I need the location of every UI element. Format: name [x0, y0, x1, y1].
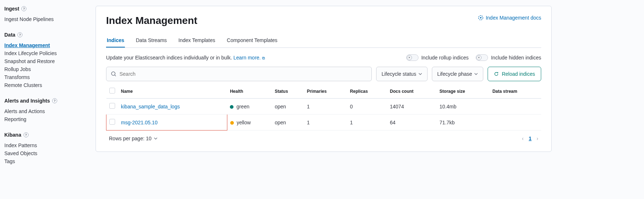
col-replicas[interactable]: Replicas — [347, 84, 387, 99]
svg-line-3 — [115, 75, 116, 76]
col-name[interactable]: Name — [118, 84, 227, 99]
include-rollup-toggle[interactable]: ✕ — [406, 54, 418, 61]
col-storage[interactable]: Storage size — [437, 84, 489, 99]
cell-docs: 64 — [387, 115, 437, 130]
sidebar-item-rollup-jobs[interactable]: Rollup Jobs — [4, 65, 87, 73]
main-content: Index Management Index Management docs I… — [87, 0, 644, 180]
health-text: green — [236, 104, 249, 109]
sidebar-item-tags[interactable]: Tags — [4, 157, 87, 165]
refresh-icon — [494, 71, 499, 76]
cell-stream — [489, 99, 541, 115]
cell-primaries: 1 — [304, 115, 347, 130]
row-checkbox[interactable] — [109, 119, 115, 125]
close-icon: ✕ — [476, 55, 481, 60]
table-row: msg-2021.05.10yellowopen116471.7kb — [106, 115, 542, 130]
cell-docs: 14074 — [387, 99, 437, 115]
next-page-button[interactable]: › — [536, 136, 538, 141]
col-docs[interactable]: Docs count — [387, 84, 437, 99]
svg-point-2 — [111, 72, 115, 75]
help-icon[interactable]: ? — [52, 98, 57, 103]
panel: Index Management Index Management docs I… — [96, 6, 552, 152]
sidebar-item-saved-objects[interactable]: Saved Objects — [4, 149, 87, 157]
tab-indices[interactable]: Indices — [106, 34, 125, 47]
chevron-down-icon — [474, 72, 478, 76]
index-link[interactable]: msg-2021.05.10 — [121, 120, 157, 125]
sidebar-item-ingest-node-pipelines[interactable]: Ingest Node Pipelines — [4, 15, 87, 23]
cell-storage: 10.4mb — [437, 99, 489, 115]
pagination: ‹ 1 › — [522, 136, 538, 141]
help-icon[interactable]: ? — [17, 32, 22, 37]
description: Update your Elasticsearch indices indivi… — [106, 55, 265, 61]
chevron-down-icon — [418, 72, 422, 76]
sidebar-item-transforms[interactable]: Transforms — [4, 73, 87, 81]
search-input-wrapper[interactable] — [106, 67, 372, 81]
docs-link-text: Index Management docs — [486, 15, 541, 21]
index-link[interactable]: kibana_sample_data_logs — [121, 104, 180, 109]
include-hidden-toggle[interactable]: ✕ — [476, 54, 488, 61]
sidebar-item-index-patterns[interactable]: Index Patterns — [4, 141, 87, 149]
toggle-hidden-label: Include hidden indices — [491, 55, 541, 61]
col-health[interactable]: Health — [227, 84, 272, 99]
close-icon: ✕ — [407, 55, 412, 60]
tab-component-templates[interactable]: Component Templates — [226, 34, 278, 47]
cell-status: open — [272, 99, 304, 115]
help-icon[interactable]: ? — [21, 6, 26, 11]
sidebar-heading: Alerts and Insights? — [4, 98, 87, 104]
row-checkbox[interactable] — [109, 103, 115, 109]
description-text: Update your Elasticsearch indices indivi… — [106, 55, 233, 61]
sidebar: Ingest?Ingest Node PipelinesData?Index M… — [0, 0, 87, 180]
learn-more-link[interactable]: Learn more. ⧉ — [233, 55, 265, 61]
cell-stream — [489, 115, 541, 130]
sidebar-item-snapshot-and-restore[interactable]: Snapshot and Restore — [4, 57, 87, 65]
svg-point-1 — [480, 17, 481, 18]
cell-primaries: 1 — [304, 99, 347, 115]
page-number[interactable]: 1 — [529, 136, 532, 141]
tab-index-templates[interactable]: Index Templates — [178, 34, 216, 47]
tabs: IndicesData StreamsIndex TemplatesCompon… — [106, 34, 541, 48]
sidebar-item-index-management[interactable]: Index Management — [4, 41, 87, 49]
col-primaries[interactable]: Primaries — [304, 84, 347, 99]
sidebar-item-alerts-and-actions[interactable]: Alerts and Actions — [4, 107, 87, 115]
health-dot-icon — [230, 105, 233, 109]
sidebar-item-remote-clusters[interactable]: Remote Clusters — [4, 81, 87, 89]
page-title: Index Management — [106, 15, 197, 26]
help-circle-icon — [478, 15, 484, 21]
docs-link[interactable]: Index Management docs — [478, 15, 541, 21]
external-link-icon: ⧉ — [262, 56, 265, 60]
search-icon — [111, 71, 117, 77]
sidebar-heading: Data? — [4, 32, 87, 38]
health-text: yellow — [237, 120, 251, 125]
health-dot-icon — [230, 121, 234, 125]
cell-replicas: 0 — [347, 99, 387, 115]
indices-table: Name Health Status Primaries Replicas Do… — [106, 84, 541, 130]
lifecycle-status-filter[interactable]: Lifecycle status — [376, 67, 428, 81]
chevron-down-icon — [154, 137, 157, 140]
cell-replicas: 1 — [347, 115, 387, 130]
tab-data-streams[interactable]: Data Streams — [135, 34, 168, 47]
lifecycle-phase-filter[interactable]: Lifecycle phase — [432, 67, 484, 81]
select-all-checkbox[interactable] — [109, 88, 115, 94]
table-row: kibana_sample_data_logsgreenopen10140741… — [106, 99, 542, 115]
prev-page-button[interactable]: ‹ — [522, 136, 524, 141]
sidebar-item-index-lifecycle-policies[interactable]: Index Lifecycle Policies — [4, 49, 87, 57]
col-status[interactable]: Status — [272, 84, 304, 99]
help-icon[interactable]: ? — [24, 132, 29, 137]
rows-per-page[interactable]: Rows per page: 10 — [109, 136, 157, 141]
toggle-rollup-label: Include rollup indices — [421, 55, 469, 61]
cell-storage: 71.7kb — [437, 115, 489, 130]
col-stream[interactable]: Data stream — [489, 84, 541, 99]
search-input[interactable] — [117, 71, 367, 77]
sidebar-heading: Ingest? — [4, 6, 87, 12]
cell-status: open — [272, 115, 304, 130]
reload-indices-button[interactable]: Reload indices — [488, 67, 541, 81]
sidebar-item-reporting[interactable]: Reporting — [4, 115, 87, 123]
sidebar-heading: Kibana? — [4, 132, 87, 138]
